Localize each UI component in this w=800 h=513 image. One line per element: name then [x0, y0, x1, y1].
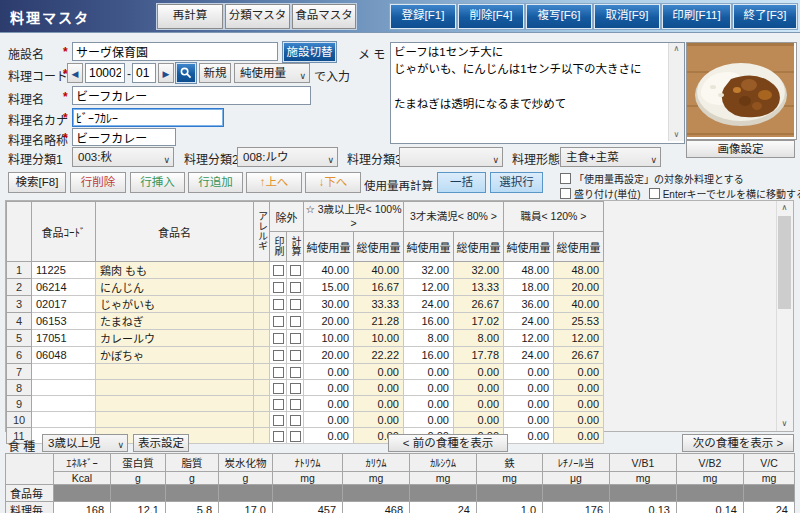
food-master-button[interactable]: 食品マスタ: [292, 4, 356, 29]
calc-exclude-checkbox[interactable]: [290, 367, 301, 378]
usage-cell[interactable]: 21.28: [354, 313, 404, 330]
print-exclude-cell[interactable]: [270, 330, 287, 347]
row-number[interactable]: 6: [7, 347, 32, 364]
calc-exclude-cell[interactable]: [287, 380, 304, 396]
print-exclude-checkbox[interactable]: [273, 367, 284, 378]
calc-exclude-cell[interactable]: [287, 364, 304, 380]
usage-cell[interactable]: 0.00: [404, 412, 454, 428]
category3-select[interactable]: ∨: [399, 147, 503, 167]
cancel-button[interactable]: 取消[F9]: [594, 4, 660, 29]
food-name-cell[interactable]: じゃがいも: [96, 296, 254, 313]
row-insert-button[interactable]: 行挿入: [130, 172, 185, 193]
usage-cell[interactable]: 0.00: [554, 396, 604, 412]
code-next-button[interactable]: ▶: [158, 63, 174, 83]
print-exclude-checkbox[interactable]: [273, 350, 284, 361]
usage-cell[interactable]: 0.00: [504, 364, 554, 380]
display-settings-button[interactable]: 表示設定: [133, 434, 189, 452]
usage-cell[interactable]: 8.00: [404, 330, 454, 347]
memo-field[interactable]: ビーフは1センチ大に じゃがいも、にんじんは1センチ以下の大きさに たまねぎは透…: [390, 42, 685, 144]
usage-cell[interactable]: 36.00: [504, 296, 554, 313]
usage-cell[interactable]: 0.00: [404, 364, 454, 380]
usage-cell[interactable]: 26.67: [454, 296, 504, 313]
print-exclude-cell[interactable]: [270, 313, 287, 330]
scroll-up-icon[interactable]: ∧: [669, 43, 684, 55]
usage-cell[interactable]: 32.00: [454, 262, 504, 279]
calc-exclude-checkbox[interactable]: [290, 350, 301, 361]
memo-scrollbar[interactable]: ∧ ∨: [668, 43, 684, 141]
food-name-cell[interactable]: 鶏肉 もも: [96, 262, 254, 279]
usage-cell[interactable]: 16.67: [354, 279, 404, 296]
food-name-cell[interactable]: [96, 412, 254, 428]
calc-exclude-cell[interactable]: [287, 313, 304, 330]
calc-exclude-cell[interactable]: [287, 412, 304, 428]
row-number[interactable]: 8: [7, 380, 32, 396]
print-exclude-cell[interactable]: [270, 412, 287, 428]
usage-cell[interactable]: 24.00: [504, 313, 554, 330]
row-number[interactable]: 5: [7, 330, 32, 347]
facility-switch-button[interactable]: 施設切替: [283, 42, 336, 62]
row-add-button[interactable]: 行追加: [188, 172, 243, 193]
recalculate-button[interactable]: 再計算: [157, 4, 223, 29]
scroll-thumb[interactable]: [778, 216, 791, 309]
food-name-cell[interactable]: [96, 364, 254, 380]
row-delete-button[interactable]: 行削除: [70, 172, 126, 193]
calc-exclude-cell[interactable]: [287, 279, 304, 296]
usage-cell[interactable]: 0.00: [554, 364, 604, 380]
print-exclude-checkbox[interactable]: [273, 282, 284, 293]
print-exclude-cell[interactable]: [270, 296, 287, 313]
row-number[interactable]: 7: [7, 364, 32, 380]
allergy-cell[interactable]: [254, 347, 270, 364]
exclude-reset-checkbox[interactable]: [560, 173, 571, 184]
recalc-all-button[interactable]: 一括: [437, 172, 486, 193]
scroll-down-icon[interactable]: ∨: [669, 129, 684, 141]
usage-cell[interactable]: 25.53: [554, 313, 604, 330]
food-code-cell[interactable]: 06153: [32, 313, 96, 330]
print-exclude-checkbox[interactable]: [273, 333, 284, 344]
usage-cell[interactable]: 12.00: [554, 330, 604, 347]
usage-cell[interactable]: 16.00: [404, 313, 454, 330]
usage-cell[interactable]: 0.00: [304, 412, 354, 428]
calc-exclude-cell[interactable]: [287, 347, 304, 364]
usage-cell[interactable]: 0.00: [504, 396, 554, 412]
search-button[interactable]: 検索[F8]: [8, 172, 66, 193]
calc-exclude-checkbox[interactable]: [290, 265, 301, 276]
print-exclude-checkbox[interactable]: [273, 415, 284, 426]
usage-cell[interactable]: 16.00: [404, 347, 454, 364]
usage-cell[interactable]: 0.00: [354, 396, 404, 412]
usage-cell[interactable]: 10.00: [304, 330, 354, 347]
food-code-cell[interactable]: [32, 396, 96, 412]
delete-button[interactable]: 削除[F4]: [458, 4, 524, 29]
usage-cell[interactable]: 26.67: [554, 347, 604, 364]
allergy-cell[interactable]: [254, 412, 270, 428]
food-code-cell[interactable]: 17051: [32, 330, 96, 347]
usage-cell[interactable]: 40.00: [354, 262, 404, 279]
usage-cell[interactable]: 24.00: [404, 296, 454, 313]
print-button[interactable]: 印刷[F11]: [662, 4, 731, 29]
print-exclude-checkbox[interactable]: [273, 316, 284, 327]
food-code-cell[interactable]: [32, 412, 96, 428]
code-search-button[interactable]: [176, 63, 196, 83]
usage-cell[interactable]: 0.00: [304, 396, 354, 412]
usage-cell[interactable]: 15.00: [304, 279, 354, 296]
category2-select[interactable]: 008:ルウ ∨: [237, 147, 338, 167]
row-number[interactable]: 4: [7, 313, 32, 330]
usage-cell[interactable]: 10.00: [354, 330, 404, 347]
print-exclude-cell[interactable]: [270, 347, 287, 364]
print-exclude-cell[interactable]: [270, 396, 287, 412]
recipe-kana-input[interactable]: [72, 108, 224, 127]
print-exclude-checkbox[interactable]: [273, 399, 284, 410]
calc-exclude-checkbox[interactable]: [290, 299, 301, 310]
calc-exclude-cell[interactable]: [287, 262, 304, 279]
print-exclude-cell[interactable]: [270, 380, 287, 396]
usage-cell[interactable]: 12.00: [504, 330, 554, 347]
usage-cell[interactable]: 22.22: [354, 347, 404, 364]
usage-cell[interactable]: 20.00: [304, 347, 354, 364]
food-code-cell[interactable]: 06214: [32, 279, 96, 296]
table-scrollbar[interactable]: ∧ ∨: [776, 201, 793, 431]
food-code-cell[interactable]: 02017: [32, 296, 96, 313]
usage-cell[interactable]: 48.00: [504, 262, 554, 279]
usage-cell[interactable]: 40.00: [304, 262, 354, 279]
usage-cell[interactable]: 17.02: [454, 313, 504, 330]
usage-cell[interactable]: 0.00: [404, 396, 454, 412]
row-number[interactable]: 1: [7, 262, 32, 279]
